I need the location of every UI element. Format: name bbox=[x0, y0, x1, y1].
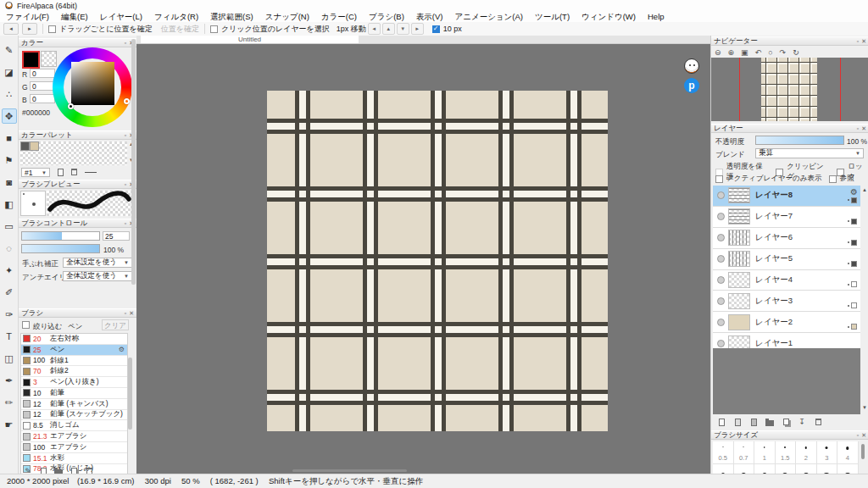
rotate-right-icon[interactable]: ↷ bbox=[780, 48, 787, 57]
layer-scroll-up-icon[interactable]: ▲ bbox=[862, 187, 867, 192]
menu-item[interactable]: ブラシ(B) bbox=[363, 11, 410, 22]
brush-list-item[interactable]: 100エアブラシ bbox=[21, 442, 127, 453]
brush-list-item[interactable]: 25ペン⚙ bbox=[21, 345, 127, 356]
menu-item[interactable]: ウィンドウ(W) bbox=[576, 11, 642, 22]
brush-filter-clear-button[interactable]: クリア bbox=[102, 319, 129, 330]
menu-item[interactable]: カラー(C) bbox=[315, 11, 363, 22]
menu-item[interactable]: アニメーション(A) bbox=[449, 11, 530, 22]
layer-visibility-icon[interactable] bbox=[717, 234, 725, 241]
fill-rect-tool-icon[interactable]: ■ bbox=[2, 130, 17, 146]
brush-list-item[interactable]: 3ペン(入り抜き) bbox=[21, 377, 127, 388]
confirm-position-button[interactable]: 位置を確定 bbox=[161, 24, 199, 35]
eraser-tool-icon[interactable]: ◪ bbox=[2, 64, 17, 80]
float-panel-icon[interactable]: ▫ bbox=[125, 181, 126, 188]
delete-layer-icon[interactable] bbox=[812, 417, 824, 427]
correction-select[interactable]: 全体設定を使う▼ bbox=[63, 258, 132, 268]
hue-picker-dot[interactable] bbox=[124, 98, 130, 104]
active-only-checkbox[interactable] bbox=[715, 175, 723, 183]
layer-visibility-icon[interactable] bbox=[717, 255, 725, 263]
ten-px-checkbox[interactable] bbox=[432, 25, 440, 33]
layer-scroll-down-icon[interactable]: ▼ bbox=[862, 405, 867, 410]
close-panel-icon[interactable]: ✕ bbox=[861, 125, 866, 132]
menu-item[interactable]: 編集(E) bbox=[55, 11, 94, 22]
new-1bit-layer-icon[interactable] bbox=[748, 417, 760, 427]
select-rect-tool-icon[interactable]: ▭ bbox=[2, 219, 17, 234]
menu-item[interactable]: ファイル(F) bbox=[0, 11, 55, 22]
brush-size-cell[interactable]: 0.5 bbox=[713, 441, 734, 463]
brush-size-value[interactable]: 25 bbox=[103, 231, 130, 241]
next-frame-button[interactable]: ► bbox=[22, 23, 37, 35]
brush-list-item[interactable]: 70斜線2 bbox=[21, 366, 127, 377]
brush-list-item[interactable]: 15.1水彩 bbox=[21, 453, 127, 464]
brush-list-item[interactable]: 21.3エアブラシ bbox=[21, 431, 127, 442]
canvas-document[interactable] bbox=[267, 91, 608, 431]
brush-size-cell[interactable]: 3 bbox=[817, 441, 838, 463]
new-8bit-layer-icon[interactable] bbox=[732, 417, 743, 427]
brush-opacity-slider[interactable] bbox=[21, 244, 100, 253]
sv-square[interactable] bbox=[71, 62, 114, 105]
reset-rotation-icon[interactable]: ○ bbox=[768, 48, 772, 57]
alpaca-mascot-icon[interactable] bbox=[684, 58, 699, 74]
layer-visibility-icon[interactable] bbox=[717, 213, 725, 220]
menu-item[interactable]: 表示(V) bbox=[410, 11, 449, 22]
move-right-button[interactable]: ► bbox=[411, 23, 424, 35]
antialias-select[interactable]: 全体設定を使う▼ bbox=[63, 271, 132, 281]
click-layer-checkbox[interactable] bbox=[210, 25, 218, 33]
prev-frame-button[interactable]: ◄ bbox=[3, 23, 19, 35]
layer-row[interactable]: レイヤー2 bbox=[713, 312, 860, 333]
fit-view-icon[interactable]: ▣ bbox=[741, 48, 748, 57]
layer-settings-gear-icon[interactable]: ⚙ bbox=[850, 187, 858, 197]
menu-item[interactable]: ツール(T) bbox=[529, 11, 576, 22]
layer-row[interactable]: レイヤー8⚙ bbox=[713, 186, 860, 207]
zoom-out-icon[interactable]: ⊖ bbox=[715, 48, 721, 57]
brush-tool-icon[interactable]: ✎ bbox=[2, 42, 17, 58]
lasso-tool-icon[interactable]: ◌ bbox=[2, 241, 17, 256]
close-panel-icon[interactable]: ✕ bbox=[861, 432, 866, 439]
text-tool-icon[interactable]: T bbox=[2, 329, 17, 344]
brush-size-cell[interactable]: 0.7 bbox=[734, 441, 755, 463]
brush-list-item[interactable]: 12鉛筆 (キャンバス) bbox=[21, 399, 127, 410]
sv-picker-dot[interactable] bbox=[68, 103, 74, 109]
menu-item[interactable]: レイヤー(L) bbox=[94, 11, 148, 22]
float-panel-icon[interactable]: ▫ bbox=[125, 310, 126, 317]
brush-list-item[interactable]: 12鉛筆 (スケッチブック) bbox=[21, 410, 127, 421]
finger-tool-icon[interactable]: ☛ bbox=[2, 417, 17, 432]
r-input[interactable]: 0 bbox=[30, 69, 55, 78]
brush-list-item[interactable]: 10鉛筆 bbox=[21, 388, 127, 399]
new-folder-icon[interactable] bbox=[764, 417, 776, 427]
float-panel-icon[interactable]: ▫ bbox=[125, 220, 126, 227]
palette-line-swatch[interactable] bbox=[85, 172, 97, 173]
brush-list-item[interactable]: 8.5消しゴム bbox=[21, 420, 127, 431]
duplicate-layer-icon[interactable] bbox=[780, 417, 792, 427]
curve-tool-icon[interactable]: ✏ bbox=[2, 395, 17, 410]
opacity-slider[interactable] bbox=[755, 136, 844, 145]
layer-visibility-icon[interactable] bbox=[717, 319, 725, 326]
document-tab[interactable]: Untitled bbox=[141, 36, 359, 43]
palette-delete-icon[interactable] bbox=[68, 167, 80, 177]
merge-down-icon[interactable]: ↧ bbox=[796, 417, 808, 427]
reference-checkbox[interactable] bbox=[829, 175, 837, 183]
layer-visibility-icon[interactable] bbox=[717, 191, 725, 199]
move-left-button[interactable]: ◄ bbox=[368, 23, 381, 35]
gradient-tool-icon[interactable]: ◧ bbox=[2, 197, 17, 212]
layer-visibility-icon[interactable] bbox=[717, 276, 725, 284]
rotate-left-icon[interactable]: ↶ bbox=[755, 48, 762, 57]
blend-select[interactable]: 乗算▼ bbox=[755, 148, 864, 158]
menu-item[interactable]: 選択範囲(S) bbox=[204, 11, 259, 22]
palette-new-icon[interactable] bbox=[54, 167, 66, 177]
brush-filter-input[interactable]: ペン bbox=[68, 322, 82, 332]
layer-visibility-icon[interactable] bbox=[717, 340, 725, 347]
magic-wand-tool-icon[interactable]: ✦ bbox=[2, 263, 17, 278]
brush-size-cell[interactable]: 1.5 bbox=[776, 441, 797, 463]
float-panel-icon[interactable]: ▫ bbox=[857, 38, 859, 45]
layer-row[interactable]: レイヤー7 bbox=[713, 207, 860, 228]
g-input[interactable]: 0 bbox=[30, 81, 55, 91]
brush-settings-gear-icon[interactable]: ⚙ bbox=[119, 346, 125, 353]
transparent-color-swatch[interactable] bbox=[41, 51, 57, 67]
brush-size-cell[interactable]: 1 bbox=[754, 441, 776, 463]
menu-item[interactable]: フィルタ(R) bbox=[148, 11, 204, 22]
layer-row[interactable]: レイヤー3 bbox=[713, 291, 860, 312]
pixiv-badge-icon[interactable]: p bbox=[684, 78, 699, 93]
float-panel-icon[interactable]: ▫ bbox=[125, 40, 126, 47]
menu-item[interactable]: スナップ(N) bbox=[259, 11, 315, 22]
